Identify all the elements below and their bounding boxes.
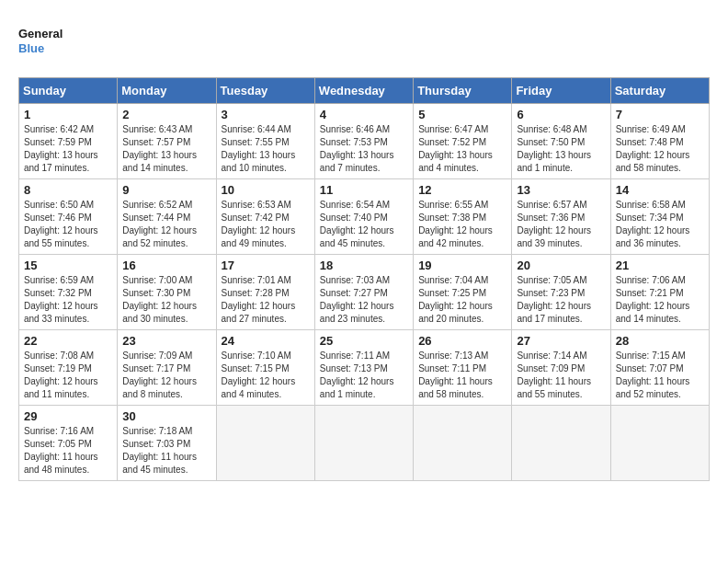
day-number: 28 [616, 334, 704, 348]
day-info: Sunrise: 6:53 AM Sunset: 7:42 PM Dayligh… [222, 199, 310, 250]
day-info: Sunrise: 6:58 AM Sunset: 7:34 PM Dayligh… [616, 199, 704, 250]
calendar-cell: 10Sunrise: 6:53 AM Sunset: 7:42 PM Dayli… [216, 179, 314, 255]
day-number: 21 [616, 259, 704, 272]
day-info: Sunrise: 6:59 AM Sunset: 7:32 PM Dayligh… [24, 274, 112, 326]
calendar-cell: 23Sunrise: 7:09 AM Sunset: 7:17 PM Dayli… [118, 330, 216, 406]
day-number: 15 [24, 259, 112, 272]
calendar-cell: 12Sunrise: 6:55 AM Sunset: 7:38 PM Dayli… [414, 179, 512, 255]
calendar-header-row: SundayMondayTuesdayWednesdayThursdayFrid… [19, 78, 710, 104]
day-info: Sunrise: 6:43 AM Sunset: 7:57 PM Dayligh… [122, 123, 210, 175]
day-info: Sunrise: 6:42 AM Sunset: 7:59 PM Dayligh… [24, 123, 112, 175]
calendar-cell: 18Sunrise: 7:03 AM Sunset: 7:27 PM Dayli… [314, 255, 413, 330]
page-header: General Blue [18, 18, 710, 63]
calendar-cell: 2Sunrise: 6:43 AM Sunset: 7:57 PM Daylig… [118, 104, 216, 179]
header-friday: Friday [512, 78, 610, 104]
day-number: 30 [122, 409, 210, 423]
calendar-cell: 7Sunrise: 6:49 AM Sunset: 7:48 PM Daylig… [610, 104, 709, 179]
day-info: Sunrise: 7:04 AM Sunset: 7:25 PM Dayligh… [418, 274, 506, 326]
day-number: 1 [24, 108, 112, 121]
day-number: 9 [122, 183, 210, 197]
calendar-cell: 26Sunrise: 7:13 AM Sunset: 7:11 PM Dayli… [414, 330, 512, 406]
calendar-week-2: 8Sunrise: 6:50 AM Sunset: 7:46 PM Daylig… [19, 179, 710, 255]
calendar-cell: 27Sunrise: 7:14 AM Sunset: 7:09 PM Dayli… [512, 330, 610, 406]
calendar-cell: 8Sunrise: 6:50 AM Sunset: 7:46 PM Daylig… [19, 179, 118, 255]
day-info: Sunrise: 7:03 AM Sunset: 7:27 PM Dayligh… [320, 274, 408, 326]
day-number: 3 [222, 108, 310, 121]
logo-graphic: General Blue [18, 23, 64, 63]
calendar-cell: 1Sunrise: 6:42 AM Sunset: 7:59 PM Daylig… [19, 104, 118, 179]
calendar-cell: 6Sunrise: 6:48 AM Sunset: 7:50 PM Daylig… [512, 104, 610, 179]
day-info: Sunrise: 7:13 AM Sunset: 7:11 PM Dayligh… [418, 350, 506, 401]
day-number: 18 [320, 259, 408, 272]
day-info: Sunrise: 6:44 AM Sunset: 7:55 PM Dayligh… [222, 123, 310, 175]
calendar-cell: 5Sunrise: 6:47 AM Sunset: 7:52 PM Daylig… [414, 104, 512, 179]
day-number: 24 [222, 334, 310, 348]
day-number: 4 [320, 108, 408, 121]
day-number: 10 [222, 183, 310, 197]
day-info: Sunrise: 6:57 AM Sunset: 7:36 PM Dayligh… [517, 199, 605, 250]
logo: General Blue [18, 23, 70, 63]
day-number: 25 [320, 334, 408, 348]
calendar-cell: 30Sunrise: 7:18 AM Sunset: 7:03 PM Dayli… [118, 406, 216, 481]
day-info: Sunrise: 6:49 AM Sunset: 7:48 PM Dayligh… [616, 123, 704, 175]
day-info: Sunrise: 7:06 AM Sunset: 7:21 PM Dayligh… [616, 274, 704, 326]
calendar-cell: 19Sunrise: 7:04 AM Sunset: 7:25 PM Dayli… [414, 255, 512, 330]
day-info: Sunrise: 7:11 AM Sunset: 7:13 PM Dayligh… [320, 350, 408, 401]
day-info: Sunrise: 7:08 AM Sunset: 7:19 PM Dayligh… [24, 350, 112, 401]
calendar-cell: 29Sunrise: 7:16 AM Sunset: 7:05 PM Dayli… [19, 406, 118, 481]
calendar-week-4: 22Sunrise: 7:08 AM Sunset: 7:19 PM Dayli… [19, 330, 710, 406]
day-number: 29 [24, 409, 112, 423]
day-info: Sunrise: 6:52 AM Sunset: 7:44 PM Dayligh… [122, 199, 210, 250]
svg-text:Blue: Blue [18, 41, 44, 55]
calendar-cell: 21Sunrise: 7:06 AM Sunset: 7:21 PM Dayli… [610, 255, 709, 330]
day-info: Sunrise: 7:15 AM Sunset: 7:07 PM Dayligh… [616, 350, 704, 401]
calendar-cell: 25Sunrise: 7:11 AM Sunset: 7:13 PM Dayli… [314, 330, 413, 406]
day-number: 7 [616, 108, 704, 121]
calendar-cell: 13Sunrise: 6:57 AM Sunset: 7:36 PM Dayli… [512, 179, 610, 255]
calendar-cell: 24Sunrise: 7:10 AM Sunset: 7:15 PM Dayli… [216, 330, 314, 406]
day-number: 8 [24, 183, 112, 197]
day-info: Sunrise: 7:00 AM Sunset: 7:30 PM Dayligh… [122, 274, 210, 326]
day-number: 12 [418, 183, 506, 197]
day-number: 27 [517, 334, 605, 348]
svg-text:General: General [18, 27, 63, 40]
day-info: Sunrise: 6:50 AM Sunset: 7:46 PM Dayligh… [24, 199, 112, 250]
day-info: Sunrise: 6:46 AM Sunset: 7:53 PM Dayligh… [320, 123, 408, 175]
day-number: 11 [320, 183, 408, 197]
calendar-cell: 14Sunrise: 6:58 AM Sunset: 7:34 PM Dayli… [610, 179, 709, 255]
header-sunday: Sunday [19, 78, 118, 104]
day-info: Sunrise: 7:05 AM Sunset: 7:23 PM Dayligh… [517, 274, 605, 326]
header-saturday: Saturday [610, 78, 709, 104]
day-number: 6 [517, 108, 605, 121]
day-info: Sunrise: 6:48 AM Sunset: 7:50 PM Dayligh… [517, 123, 605, 175]
calendar-week-3: 15Sunrise: 6:59 AM Sunset: 7:32 PM Dayli… [19, 255, 710, 330]
day-number: 22 [24, 334, 112, 348]
day-number: 16 [122, 259, 210, 272]
calendar-cell [314, 406, 413, 481]
day-number: 17 [222, 259, 310, 272]
day-info: Sunrise: 7:09 AM Sunset: 7:17 PM Dayligh… [122, 350, 210, 401]
day-info: Sunrise: 6:54 AM Sunset: 7:40 PM Dayligh… [320, 199, 408, 250]
day-info: Sunrise: 7:18 AM Sunset: 7:03 PM Dayligh… [122, 425, 210, 477]
calendar-cell: 11Sunrise: 6:54 AM Sunset: 7:40 PM Dayli… [314, 179, 413, 255]
calendar-cell: 3Sunrise: 6:44 AM Sunset: 7:55 PM Daylig… [216, 104, 314, 179]
day-info: Sunrise: 7:16 AM Sunset: 7:05 PM Dayligh… [24, 425, 112, 477]
day-number: 19 [418, 259, 506, 272]
day-info: Sunrise: 7:10 AM Sunset: 7:15 PM Dayligh… [222, 350, 310, 401]
calendar-cell: 28Sunrise: 7:15 AM Sunset: 7:07 PM Dayli… [610, 330, 709, 406]
day-number: 23 [122, 334, 210, 348]
header-wednesday: Wednesday [314, 78, 413, 104]
calendar-cell: 15Sunrise: 6:59 AM Sunset: 7:32 PM Dayli… [19, 255, 118, 330]
calendar-cell [610, 406, 709, 481]
day-info: Sunrise: 6:47 AM Sunset: 7:52 PM Dayligh… [418, 123, 506, 175]
calendar-cell [414, 406, 512, 481]
header-thursday: Thursday [414, 78, 512, 104]
calendar-cell: 20Sunrise: 7:05 AM Sunset: 7:23 PM Dayli… [512, 255, 610, 330]
day-number: 14 [616, 183, 704, 197]
header-tuesday: Tuesday [216, 78, 314, 104]
day-number: 5 [418, 108, 506, 121]
calendar-cell: 4Sunrise: 6:46 AM Sunset: 7:53 PM Daylig… [314, 104, 413, 179]
day-info: Sunrise: 6:55 AM Sunset: 7:38 PM Dayligh… [418, 199, 506, 250]
calendar-cell: 16Sunrise: 7:00 AM Sunset: 7:30 PM Dayli… [118, 255, 216, 330]
calendar-cell: 17Sunrise: 7:01 AM Sunset: 7:28 PM Dayli… [216, 255, 314, 330]
